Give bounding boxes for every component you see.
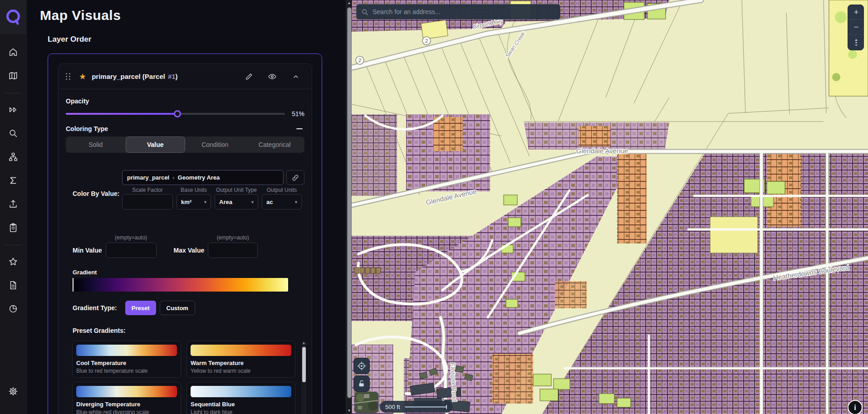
pie-chart-icon <box>8 304 18 314</box>
layer-visuals-panel: Map Visuals Layer Order ★ primary_parcel… <box>27 0 346 414</box>
nav-hierarchy[interactable] <box>5 149 21 165</box>
preset-card-diverging-temperature[interactable]: Diverging TemperatureBlue-white-red dive… <box>72 382 181 414</box>
color-by-value-label: Color By Value: <box>73 190 119 197</box>
map-canvas[interactable]: 2 2 Airport Hwy Glendale Avenue Glendale… <box>352 0 868 414</box>
nav-upload[interactable] <box>5 196 21 212</box>
max-value-input[interactable] <box>208 243 258 258</box>
preset-scroll-thumb[interactable] <box>302 347 306 382</box>
min-empty-hint: (empty=auto) <box>115 234 147 241</box>
logo-q-icon <box>5 8 22 26</box>
nav-map[interactable] <box>5 68 21 84</box>
map-search-bar[interactable] <box>356 4 560 19</box>
edit-layer-button[interactable] <box>240 70 257 83</box>
opacity-fill <box>66 113 177 115</box>
preset-scrollbar[interactable]: ▲ ▼ <box>301 341 306 414</box>
basemap-switcher[interactable] <box>354 392 378 413</box>
gradient-preview-bar[interactable] <box>73 278 288 292</box>
nav-reports[interactable] <box>5 277 21 293</box>
gradient-type-preset-button[interactable]: Preset <box>125 301 156 315</box>
nav-analytics[interactable] <box>5 301 21 317</box>
max-value-label: Max Value <box>174 247 205 254</box>
preset-description: Blue to red temperature scale <box>76 368 177 374</box>
nav-home[interactable] <box>5 44 21 60</box>
nav-aggregate[interactable] <box>5 172 21 189</box>
rail-divider <box>5 245 22 245</box>
zoom-out-button[interactable]: − <box>848 20 864 35</box>
gradient-type-custom-button[interactable]: Custom <box>160 301 195 315</box>
search-icon <box>8 128 18 138</box>
min-value-label: Min Value <box>73 247 102 254</box>
opacity-slider[interactable] <box>66 111 285 117</box>
collapse-layer-button[interactable] <box>287 70 304 83</box>
min-value-input[interactable] <box>106 243 157 258</box>
nav-settings[interactable] <box>5 383 21 399</box>
coloring-type-label: Coloring Type <box>66 125 108 132</box>
app-root: Map Visuals Layer Order ★ primary_parcel… <box>0 0 868 414</box>
scale-factor-label: Scale Factor <box>132 187 162 194</box>
min-max-block: Min Value (empty=auto) Max Value (empty=… <box>66 234 304 258</box>
tab-categorical[interactable]: Categorical <box>245 136 305 153</box>
preset-grid: Cool TemperatureBlue to red temperature … <box>72 341 295 414</box>
pencil-icon <box>245 73 253 81</box>
star-icon <box>8 257 18 267</box>
minus-icon <box>296 128 303 129</box>
preset-gradient-swatch <box>191 386 291 397</box>
nav-search[interactable] <box>5 125 21 141</box>
opacity-label: Opacity <box>66 97 304 105</box>
layer-number-badge: #1 <box>168 73 176 80</box>
preset-gradient-swatch <box>76 386 177 397</box>
base-units-select[interactable]: km² ▾ <box>177 194 211 209</box>
chevron-down-icon: ▾ <box>290 200 297 205</box>
nav-fast-forward[interactable] <box>5 102 21 118</box>
search-icon <box>361 8 368 16</box>
panel-scrollbar[interactable]: ▲ ▼ <box>346 0 352 414</box>
gradient-label: Gradient <box>73 269 304 276</box>
preset-card-warm-temperature[interactable]: Warm TemperatureYellow to red warm scale <box>186 341 295 378</box>
output-units-value: ac <box>266 199 273 205</box>
rail-divider <box>5 93 22 93</box>
layer-order-panel: ★ primary_parcel (Parcel#1) <box>48 54 322 414</box>
link-icon <box>291 174 299 182</box>
map-zoom-controls: + − <box>848 5 864 50</box>
address-search-input[interactable] <box>373 8 555 15</box>
layer-title-text: primary_parcel (Parcel <box>92 73 165 80</box>
favorite-star-icon[interactable]: ★ <box>79 72 86 82</box>
output-unit-type-value: Area <box>219 199 232 205</box>
lock-map-button[interactable] <box>353 375 370 392</box>
tab-solid[interactable]: Solid <box>66 136 126 153</box>
locate-me-button[interactable] <box>353 358 370 374</box>
nav-clipboard[interactable] <box>5 219 21 236</box>
preset-card-cool-temperature[interactable]: Cool TemperatureBlue to red temperature … <box>72 341 181 378</box>
tab-condition[interactable]: Condition <box>185 136 245 153</box>
sigma-icon <box>8 175 18 185</box>
map-info-button[interactable]: i <box>848 400 863 414</box>
opacity-thumb[interactable] <box>174 110 181 117</box>
collapse-coloring-button[interactable] <box>294 125 304 133</box>
clipboard-icon <box>8 223 18 233</box>
scale-line <box>405 406 447 408</box>
crosshair-icon <box>357 361 367 371</box>
app-logo[interactable] <box>0 0 27 34</box>
chevron-up-icon <box>292 73 299 80</box>
scroll-up-icon[interactable]: ▲ <box>301 341 306 345</box>
value-field-selector[interactable]: primary_parcel › Geometry Area <box>122 170 284 185</box>
panel-scroll-thumb[interactable] <box>347 7 352 398</box>
nav-favorites[interactable] <box>5 253 21 270</box>
tilt-control-button[interactable] <box>848 35 864 50</box>
scale-factor-input[interactable] <box>122 194 173 209</box>
layer-order-title: Layer Order <box>48 35 346 44</box>
tab-value[interactable]: Value <box>126 136 186 153</box>
output-unit-type-select[interactable]: Area ▾ <box>215 194 258 209</box>
link-field-button[interactable] <box>286 170 304 185</box>
toggle-visibility-button[interactable] <box>264 70 281 83</box>
preset-description: Yellow to red warm scale <box>191 368 291 374</box>
output-units-select[interactable]: ac ▾ <box>262 194 302 209</box>
preset-card-sequential-blue[interactable]: Sequential BlueLight to dark blue <box>186 382 295 414</box>
street-label-glendale-avenue: Glendale Avenue <box>576 147 628 155</box>
zoom-in-button[interactable]: + <box>848 5 864 20</box>
drag-handle-icon[interactable] <box>66 73 71 80</box>
field-name: Geometry Area <box>178 174 220 181</box>
layer-card-primary-parcel: ★ primary_parcel (Parcel#1) <box>58 63 312 414</box>
base-units-value: km² <box>181 199 191 205</box>
layer-card-header: ★ primary_parcel (Parcel#1) <box>59 64 312 89</box>
